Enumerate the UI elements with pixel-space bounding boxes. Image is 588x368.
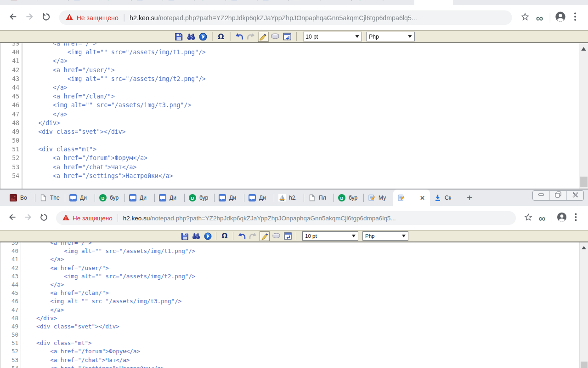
bookmark-star-button[interactable] — [521, 211, 535, 225]
tab[interactable]: Bбур — [195, 0, 226, 5]
scrollbar-thumb[interactable] — [580, 177, 588, 187]
eraser-button[interactable] — [270, 31, 280, 41]
forward-button[interactable] — [21, 9, 38, 26]
tab[interactable]: Bбур — [334, 190, 363, 206]
panel-button[interactable] — [283, 231, 293, 241]
bookmark-star-button[interactable] — [518, 11, 532, 25]
page-url: h2.keo.su/notepad.php?path=YZ2hpJdkp6qkZ… — [123, 215, 396, 222]
pma-favicon: PMA — [278, 194, 286, 201]
tab[interactable]: Bбур — [95, 190, 124, 206]
chrome-menu-button[interactable] — [568, 11, 582, 25]
new-tab-button[interactable]: + — [464, 191, 475, 205]
url-field[interactable]: Не защищено h2.keo.su/notepad.php?path=Y… — [56, 211, 516, 225]
save-button[interactable] — [174, 31, 184, 41]
eraser-button[interactable] — [271, 231, 281, 241]
undo-button[interactable] — [233, 31, 244, 41]
omega-button[interactable]: Ω — [215, 31, 226, 41]
find-button[interactable] — [186, 31, 196, 41]
forward-icon — [25, 12, 34, 23]
tab[interactable]: The — [37, 0, 68, 5]
save-button[interactable] — [180, 231, 190, 241]
tab[interactable]: Ди — [69, 0, 100, 5]
toolbar-divider — [552, 213, 552, 223]
profile-button[interactable] — [555, 211, 569, 225]
tab[interactable]: Bбур — [100, 0, 131, 5]
omega-button[interactable]: Ω — [220, 231, 230, 241]
editor-scrollbar[interactable] — [579, 43, 588, 189]
tab[interactable]: Ск — [430, 190, 459, 206]
tab[interactable]: Ск — [453, 0, 484, 5]
tab[interactable]: Ди — [155, 190, 184, 206]
minimize-button[interactable] — [533, 191, 550, 200]
code-text[interactable]: <a href="/"> <img alt="" src="/assets/im… — [21, 242, 195, 368]
url-field[interactable]: Не защищено h2.keo.su/notepad.php?path=Y… — [59, 11, 512, 25]
tab[interactable]: Му — [364, 190, 393, 206]
tab-close-button[interactable]: ✕ — [419, 195, 426, 201]
back-button[interactable] — [5, 210, 20, 226]
tab[interactable]: Ди — [244, 190, 274, 206]
forward-button[interactable] — [20, 210, 36, 226]
tab[interactable]: Ди — [257, 0, 288, 5]
tab[interactable]: Во — [6, 0, 37, 5]
restore-button[interactable] — [550, 191, 567, 200]
code-editor[interactable]: 39404142434445464748495051525354 <a href… — [0, 43, 588, 189]
page-favicon — [40, 194, 47, 201]
tab[interactable]: Ди — [65, 190, 95, 206]
code-text[interactable]: <a href="/"> <img alt="" src="/assets/im… — [22, 43, 206, 189]
address-bar: Не защищено h2.keo.su/notepad.php?path=Y… — [0, 5, 588, 30]
tab[interactable]: Пл — [304, 190, 334, 206]
code-editor[interactable]: 39404142434445464748495051525354 <a href… — [0, 242, 588, 368]
tab[interactable]: Му — [383, 0, 414, 5]
language-select[interactable]: Php — [362, 231, 408, 241]
editor-scrollbar[interactable] — [579, 242, 588, 368]
tab[interactable]: The — [35, 190, 65, 206]
extension-button[interactable]: ∞ — [535, 211, 549, 225]
go-button[interactable] — [198, 31, 208, 41]
security-warning-label: Не защищено — [76, 14, 118, 21]
redo-button[interactable] — [248, 231, 258, 241]
tab[interactable]: Ди — [215, 190, 244, 206]
extension-button[interactable]: ∞ — [532, 11, 547, 25]
tab[interactable]: Ди — [163, 0, 194, 5]
line-number-gutter: 39404142434445464748495051525354 — [0, 242, 21, 368]
find-button[interactable] — [191, 231, 201, 241]
three-dots-menu-icon — [574, 12, 576, 23]
profile-button[interactable] — [553, 11, 568, 25]
download-favicon — [434, 194, 441, 201]
scrollbar-thumb[interactable] — [581, 362, 588, 368]
brush-button[interactable] — [260, 231, 270, 241]
tab[interactable]: Bбур — [185, 190, 214, 206]
chrome-menu-button[interactable] — [569, 211, 582, 225]
tab[interactable]: PMAh2. — [274, 190, 304, 206]
chat-favicon — [159, 194, 166, 201]
reload-button[interactable] — [38, 9, 54, 26]
toolbar-separator — [212, 32, 212, 41]
tab[interactable]: Ди — [226, 0, 257, 5]
tab-active[interactable]: ✕ — [414, 0, 453, 5]
tab[interactable]: Пл — [320, 0, 351, 5]
font-size-select[interactable]: 10 pt — [303, 32, 362, 41]
undo-button[interactable] — [237, 231, 247, 241]
tab[interactable]: Bбур — [352, 0, 383, 5]
tab-active[interactable]: ✕ — [393, 190, 430, 206]
panel-button[interactable] — [282, 31, 293, 41]
tab[interactable]: Ди — [132, 0, 163, 5]
go-button[interactable] — [203, 231, 213, 241]
font-size-select[interactable]: 10 pt — [302, 231, 358, 241]
redo-button[interactable] — [246, 31, 256, 41]
brush-button[interactable] — [258, 31, 268, 41]
scroll-up-arrow-icon[interactable] — [581, 47, 586, 51]
language-select[interactable]: Php — [366, 32, 414, 41]
close-window-button[interactable] — [567, 191, 583, 200]
svg-text:B: B — [102, 196, 105, 201]
scroll-up-arrow-icon[interactable] — [582, 246, 586, 249]
tab[interactable]: Во — [6, 190, 35, 206]
address-bar: Не защищено h2.keo.su/notepad.php?path=Y… — [0, 206, 588, 230]
reload-button[interactable] — [36, 210, 51, 226]
tab-title: Пл — [319, 195, 326, 201]
new-tab-button[interactable]: + — [489, 0, 501, 4]
tab[interactable]: PMAh2. — [289, 0, 320, 5]
minimize-icon — [537, 191, 545, 200]
tab[interactable]: Ди — [125, 190, 154, 206]
back-button[interactable] — [5, 9, 22, 26]
